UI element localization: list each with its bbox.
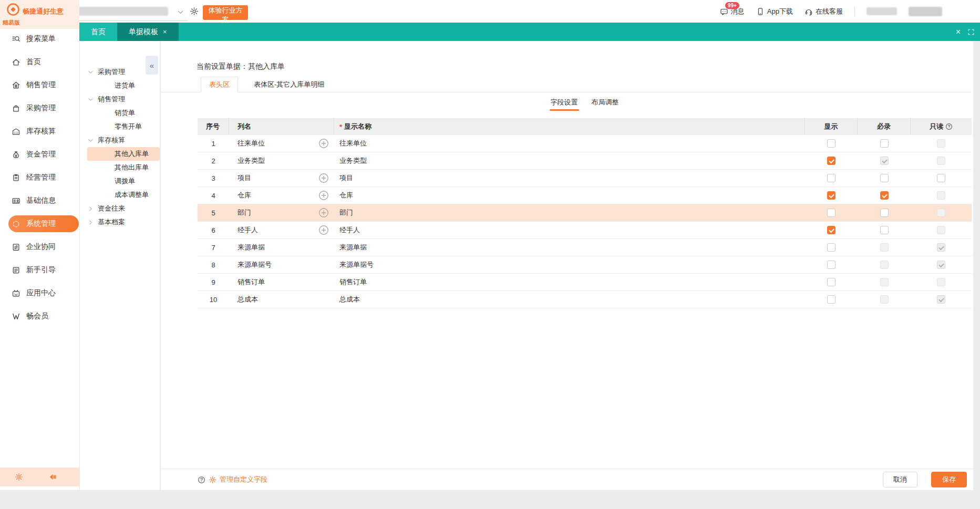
show-checkbox[interactable] [827, 209, 835, 217]
cell-display-name[interactable]: 销售订单 [334, 274, 805, 290]
sidebar-item-8[interactable]: 基础信息 [0, 189, 79, 212]
sidebar-item-9[interactable]: 系统管理 [0, 212, 79, 235]
cell-display-name[interactable]: 项目 [334, 170, 805, 186]
show-checkbox[interactable] [827, 243, 835, 252]
sidebar-item-4[interactable]: 采购管理 [0, 97, 79, 120]
tab-home[interactable]: 首页 [79, 23, 117, 41]
show-checkbox[interactable] [827, 261, 835, 269]
sidebar-item-13[interactable]: 畅会员 [0, 305, 79, 328]
tab-header-area[interactable]: 表头区 [201, 77, 238, 92]
required-checkbox [880, 157, 889, 165]
online-service-button[interactable]: 在线客服 [804, 7, 843, 16]
manage-custom-fields-link[interactable]: 管理自定义字段 [220, 475, 267, 484]
sidebar-item-11[interactable]: 新手引导 [0, 258, 79, 282]
tree-group-12[interactable]: 基本档案 [80, 215, 160, 229]
table-row[interactable]: 8来源单据号来源单据号 [198, 256, 972, 274]
tree-group-6[interactable]: 库存核算 [80, 133, 160, 147]
show-checkbox[interactable] [827, 191, 835, 200]
cell-display-name[interactable]: 来源单据号 [334, 256, 805, 273]
save-button[interactable]: 保存 [931, 472, 967, 487]
required-checkbox[interactable] [880, 191, 889, 200]
table-row[interactable]: 4仓库仓库 [198, 187, 972, 204]
readonly-checkbox[interactable] [937, 174, 945, 182]
show-checkbox[interactable] [827, 226, 835, 234]
required-checkbox[interactable] [880, 174, 889, 182]
table-row[interactable]: 5部门部门 [198, 204, 972, 222]
table-row[interactable]: 7来源单据来源单据 [198, 239, 972, 256]
add-column-icon[interactable] [318, 138, 329, 149]
sidebar-item-5[interactable]: 库存核算 [0, 120, 79, 143]
manage-custom-fields[interactable]: 管理自定义字段 [198, 475, 267, 484]
show-checkbox[interactable] [827, 295, 835, 304]
chevron-down-icon[interactable] [87, 96, 94, 103]
add-column-icon[interactable] [318, 225, 329, 235]
tab-close-icon[interactable]: × [163, 28, 167, 36]
chevron-down-icon[interactable] [87, 69, 94, 76]
tree-leaf-9[interactable]: 调拨单 [80, 174, 160, 188]
tree-group-11[interactable]: 资金往来 [80, 202, 160, 215]
chevron-down-icon[interactable] [87, 137, 94, 144]
tab-document-template[interactable]: 单据模板 × [117, 23, 179, 41]
table-row[interactable]: 6经手人经手人 [198, 222, 972, 239]
cell-display-name[interactable]: 部门 [334, 204, 805, 221]
add-column-icon[interactable] [318, 190, 329, 201]
required-checkbox[interactable] [880, 226, 889, 234]
gear-icon[interactable] [15, 473, 23, 481]
show-checkbox[interactable] [827, 139, 835, 148]
sidebar-item-3[interactable]: 销售管理 [0, 74, 79, 97]
collapse-panel-button[interactable]: « [146, 56, 158, 75]
cell-column-name: 部门 [229, 204, 334, 221]
cell-display-name[interactable]: 来源单据 [334, 239, 805, 256]
show-checkbox[interactable] [827, 157, 835, 165]
tree-group-label: 资金往来 [98, 204, 125, 213]
tree-leaf-10[interactable]: 成本调整单 [80, 188, 160, 202]
trial-plan-button[interactable]: 体验行业方案 [203, 5, 248, 20]
sidebar-item-6[interactable]: 资金管理 [0, 143, 79, 166]
tab-body-area[interactable]: 表体区-其它入库单明细 [238, 77, 340, 92]
cell-display-name[interactable]: 往来单位 [334, 135, 805, 152]
app-download-button[interactable]: App下载 [756, 7, 793, 16]
table-row[interactable]: 1往来单位往来单位 [198, 135, 972, 152]
show-checkbox[interactable] [827, 174, 835, 182]
volume-icon[interactable] [48, 473, 57, 481]
tree-leaf-4[interactable]: 销货单 [80, 106, 160, 120]
cell-display-name[interactable]: 业务类型 [334, 152, 805, 169]
messages-button[interactable]: 99+ 消息 [720, 7, 745, 16]
cell-display-name[interactable]: 总成本 [334, 291, 805, 308]
table-row[interactable]: 2业务类型业务类型 [198, 152, 972, 170]
tree-leaf-5[interactable]: 零售开单 [80, 120, 160, 133]
chevron-right-icon[interactable] [87, 219, 94, 226]
cell-column-name: 业务类型 [229, 152, 334, 169]
tab-layout-adjust[interactable]: 布局调整 [592, 98, 619, 111]
tree-leaf-2[interactable]: 进货单 [80, 79, 160, 92]
required-checkbox[interactable] [880, 209, 889, 217]
tab-field-settings[interactable]: 字段设置 [551, 98, 578, 111]
panel-footer: 管理自定义字段 取消 保存 [161, 469, 973, 490]
tree-leaf-8[interactable]: 其他出库单 [80, 161, 160, 174]
show-checkbox[interactable] [827, 278, 835, 286]
cancel-button[interactable]: 取消 [883, 472, 917, 487]
cell-required [858, 291, 911, 308]
help-question-icon[interactable] [945, 123, 953, 130]
tree-group-3[interactable]: 销售管理 [80, 92, 160, 106]
sidebar-item-12[interactable]: 应用中心 [0, 282, 79, 305]
fullscreen-icon[interactable] [967, 28, 975, 36]
sidebar-item-2[interactable]: 首页 [0, 50, 79, 74]
sidebar-item-10[interactable]: 企业协同 [0, 235, 79, 258]
settings-gear-icon[interactable] [190, 7, 199, 16]
cell-display-name[interactable]: 仓库 [334, 187, 805, 204]
org-selector[interactable] [76, 5, 188, 21]
user-account-redacted[interactable] [909, 7, 942, 16]
required-checkbox[interactable] [880, 139, 889, 148]
close-icon[interactable]: × [956, 28, 961, 36]
table-row[interactable]: 10总成本总成本 [198, 291, 972, 308]
add-column-icon[interactable] [318, 207, 329, 218]
table-row[interactable]: 3项目项目 [198, 170, 972, 187]
tree-leaf-7[interactable]: 其他入库单 [87, 147, 160, 161]
chevron-right-icon[interactable] [87, 205, 94, 212]
table-row[interactable]: 9销售订单销售订单 [198, 274, 972, 291]
add-column-icon[interactable] [318, 173, 329, 183]
sidebar-item-1[interactable]: 搜索菜单 [0, 27, 79, 50]
sidebar-item-7[interactable]: 经营管理 [0, 166, 79, 189]
cell-display-name[interactable]: 经手人 [334, 222, 805, 238]
